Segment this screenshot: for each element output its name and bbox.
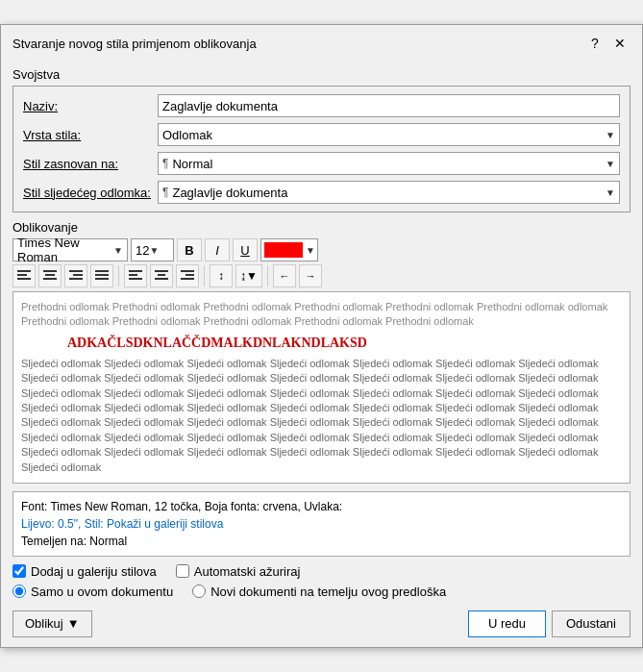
vrsta-row: Vrsta stila: Odlomak ▼ (23, 123, 620, 146)
novi-label: Novi dokumenti na temelju ovog predloška (210, 585, 446, 599)
indent-left-button[interactable]: ← (273, 264, 296, 287)
svg-rect-19 (185, 274, 194, 276)
stil-zasnovan-arrow: ▼ (606, 159, 615, 169)
samo-radio-label[interactable]: Samo u ovom dokumentu (12, 585, 173, 599)
vrsta-value: Odlomak (162, 128, 212, 142)
font-size-select[interactable]: 12 ▼ (131, 238, 174, 261)
align-center2-button[interactable] (150, 264, 173, 287)
desc-line-3: Temeljen na: Normal (21, 533, 622, 550)
svg-rect-18 (181, 270, 194, 272)
odustani-button[interactable]: Odustani (552, 610, 631, 637)
align-left-icon (17, 270, 31, 282)
svg-rect-7 (73, 274, 83, 276)
align-center2-icon (155, 270, 168, 282)
dialog-title: Stvaranje novog stila primjenom oblikova… (12, 37, 257, 51)
align-justify-icon (95, 270, 109, 282)
naziv-input[interactable] (158, 94, 620, 117)
align-right2-button[interactable] (176, 264, 199, 287)
svg-rect-2 (17, 278, 31, 280)
properties-section: Naziv: Vrsta stila: Odlomak ▼ Stil zasno… (12, 86, 631, 212)
naziv-row: Naziv: (23, 94, 620, 117)
svg-rect-9 (95, 270, 109, 272)
naziv-label: Naziv: (23, 99, 158, 113)
align-left2-button[interactable] (124, 264, 147, 287)
preview-area: Prethodni odlomak Prethodni odlomak Pret… (12, 291, 631, 484)
stil-sljedeceg-value: ¶ Zaglavlje dokumenta (162, 186, 287, 200)
svg-rect-12 (129, 270, 142, 272)
font-name: Times New Roman (17, 236, 113, 264)
para-icon-1: ¶ (162, 157, 168, 170)
vrsta-label: Vrsta stila: (23, 128, 158, 142)
stil-sljedeceg-label: Stil sljedećeg odlomka: (23, 186, 158, 200)
size-dropdown-arrow: ▼ (149, 245, 159, 256)
stil-sljedeceg-select[interactable]: ¶ Zaglavlje dokumenta ▼ (158, 181, 620, 204)
italic-button[interactable]: I (205, 238, 230, 261)
dialog-body: Svojstva Naziv: Vrsta stila: Odlomak ▼ S… (1, 60, 642, 647)
underline-button[interactable]: U (233, 238, 258, 261)
desc-line-1: Font: Times New Roman, 12 točka, Boja fo… (21, 498, 622, 515)
svg-rect-6 (69, 270, 83, 272)
svg-rect-3 (43, 270, 57, 272)
dodaj-label: Dodaj u galeriju stilova (31, 564, 157, 579)
buttons-row: Oblikuj ▼ U redu Odustani (12, 609, 631, 637)
novi-radio-label[interactable]: Novi dokumenti na temelju ovog predloška (192, 585, 446, 599)
oblikuj-button[interactable]: Oblikuj ▼ (12, 610, 92, 637)
line-spacing-button[interactable]: ↕ (210, 264, 233, 287)
svg-rect-15 (155, 270, 168, 272)
description-box: Font: Times New Roman, 12 točka, Boja fo… (12, 491, 631, 557)
automatski-label: Automatski ažuriraj (194, 564, 301, 579)
novi-radio[interactable] (192, 585, 206, 598)
align-justify-button[interactable] (90, 264, 113, 287)
toolbar-separator-3 (267, 265, 268, 286)
help-button[interactable]: ? (584, 33, 606, 54)
dodaj-checkbox-label[interactable]: Dodaj u galeriju stilova (12, 564, 157, 579)
stil-zasnovan-label: Stil zasnovan na: (23, 157, 158, 171)
svg-rect-8 (69, 278, 83, 280)
para-icon-2: ¶ (162, 186, 168, 199)
title-bar: Stvaranje novog stila primjenom oblikova… (1, 25, 642, 60)
align-left-button[interactable] (12, 264, 36, 287)
svg-rect-0 (17, 270, 31, 272)
uredu-button[interactable]: U redu (468, 610, 546, 637)
para-spacing-button[interactable]: ↨▼ (235, 264, 262, 287)
color-swatch (264, 242, 303, 258)
oblikovanje-label: Oblikovanje (12, 220, 631, 235)
radio-row: Samo u ovom dokumentu Novi dokumenti na … (12, 585, 631, 599)
svg-rect-5 (43, 278, 57, 280)
btn-group-right: U redu Odustani (468, 610, 631, 637)
align-right2-icon (181, 270, 194, 282)
align-center-button[interactable] (38, 264, 62, 287)
indent-right-button[interactable]: → (299, 264, 322, 287)
automatski-checkbox-label[interactable]: Automatski ažuriraj (176, 564, 301, 579)
samo-radio[interactable] (12, 585, 26, 598)
preview-prev-text: Prethodni odlomak Prethodni odlomak Pret… (21, 300, 622, 330)
vrsta-select[interactable]: Odlomak ▼ (158, 123, 620, 146)
properties-label: Svojstva (12, 67, 631, 82)
font-size: 12 (136, 243, 149, 258)
svg-rect-14 (129, 278, 142, 280)
svg-rect-11 (95, 278, 109, 280)
color-dropdown-arrow: ▼ (306, 245, 315, 256)
create-style-dialog: Stvaranje novog stila primjenom oblikova… (0, 24, 643, 648)
automatski-checkbox[interactable] (176, 564, 189, 578)
svg-rect-1 (17, 274, 27, 276)
stil-zasnovan-select[interactable]: ¶ Normal ▼ (158, 152, 620, 175)
toolbar-separator-1 (118, 265, 119, 286)
preview-next-text: Sljedeći odlomak Sljedeći odlomak Sljede… (21, 357, 622, 475)
desc-line-2: Lijevo: 0.5", Stil: Pokaži u galeriji st… (21, 515, 622, 533)
font-select[interactable]: Times New Roman ▼ (12, 238, 128, 261)
toolbar-row-1: Times New Roman ▼ 12 ▼ B I U ▼ (12, 238, 631, 261)
dodaj-checkbox[interactable] (12, 564, 26, 578)
font-dropdown-arrow: ▼ (113, 245, 123, 256)
oblikuj-arrow: ▼ (67, 616, 80, 631)
align-right-button[interactable] (64, 264, 87, 287)
close-button[interactable]: ✕ (609, 33, 631, 54)
toolbar-row-2: ↕ ↨▼ ← → (12, 264, 631, 287)
checkboxes-row: Dodaj u galeriju stilova Automatski ažur… (12, 564, 631, 579)
vrsta-dropdown-arrow: ▼ (606, 130, 615, 140)
stil-zasnovan-row: Stil zasnovan na: ¶ Normal ▼ (23, 152, 620, 175)
font-color-button[interactable]: ▼ (260, 238, 318, 261)
samo-label: Samo u ovom dokumentu (31, 585, 173, 599)
bold-button[interactable]: B (177, 238, 202, 261)
stil-sljedeceg-arrow: ▼ (606, 187, 615, 198)
